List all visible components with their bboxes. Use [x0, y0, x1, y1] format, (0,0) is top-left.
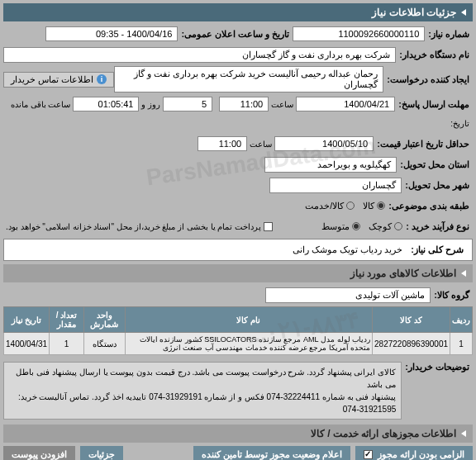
row-tarikh: تاریخ: [3, 114, 473, 132]
required-checkbox[interactable] [364, 450, 373, 459]
th-date: تاریخ نیاز [4, 307, 50, 333]
th-qty: تعداد / مقدار [50, 307, 84, 333]
row-buyer: نام دستگاه خریدار: شرکت بهره برداری نفت … [3, 45, 473, 64]
creator-label: ایجاد کننده درخواست: [383, 74, 473, 85]
row-classification: طبقه بندی موضوعی: کالا کالا/خدمت [3, 197, 473, 215]
buyer-notes-label: توضیحات خریدار: [402, 358, 473, 372]
deadline-label: مهلت ارسال پاسخ: [395, 99, 473, 110]
goods-table: ردیف کد کالا نام کالا واحد شمارش تعداد /… [3, 306, 473, 355]
arrow-icon [461, 430, 466, 437]
deadline-date-field: 1400/04/21 [296, 97, 395, 111]
radio-goods-label: کالا [363, 201, 374, 211]
header-bar: جزئیات اطلاعات نیاز [3, 3, 473, 21]
tarikh-label: تاریخ: [447, 119, 473, 128]
province-field: کهگیلویه و بویراحمد [264, 157, 397, 173]
contact-btn-label: اطلاعات تماس خریدار [11, 74, 93, 85]
td-qty: 1 [50, 333, 84, 355]
group-label: گروه کالا: [431, 290, 473, 301]
radio-icon [394, 222, 402, 230]
arrow-icon [461, 270, 466, 277]
group-field: ماشین آلات تولیدی [265, 287, 431, 303]
attach-label: افزودن پیوست [12, 449, 67, 460]
province-label: استان محل تحویل: [397, 159, 473, 170]
radio-icon [346, 202, 355, 210]
details-button[interactable]: جزئیات [80, 446, 123, 460]
radio-medium[interactable]: متوسط [321, 221, 360, 232]
goods-section-title: اطلاعات کالاهای مورد نیاز [3, 264, 473, 282]
radio-goods[interactable]: کالا [363, 201, 385, 211]
row-process: نوع فرآیند خرید : کوچک متوسط پرداخت تمام… [3, 217, 473, 235]
description-box: شرح کلی نیاز: خرید ردیاب تویک موشک رانی [3, 239, 473, 261]
need-no-field: 1100092660000110 [293, 26, 425, 41]
td-unit: دستگاه [84, 333, 126, 355]
radio-small[interactable]: کوچک [369, 221, 402, 232]
main-container: ParsNamadData.com ۰۲۱-۸۸۳۴... جزئیات اطل… [0, 0, 476, 460]
td-date: 1400/04/31 [4, 333, 50, 355]
auth-label: اعلام وضعیت مجوز توسط تامین کننده [202, 449, 342, 460]
row-need-no: شماره نیاز: 1100092660000110 تاریخ و ساع… [3, 25, 473, 43]
license-section-title: اطلاعات مجوزهای ارائه خدمت / کالا [3, 424, 473, 443]
footer-row: الزامی بودن ارائه مجوز اعلام وضعیت مجوز … [3, 446, 473, 460]
th-code: کد کالا [373, 307, 450, 333]
validity-label: حداقل تاریخ اعتبار قیمت: [374, 139, 473, 149]
row-validity: حداقل تاریخ اعتبار قیمت: 1400/05/10 ساعت… [3, 135, 473, 153]
radio-small-label: کوچک [369, 221, 392, 232]
radio-icon [352, 222, 360, 230]
contact-button[interactable]: i اطلاعات تماس خریدار [3, 72, 114, 88]
validity-date-field: 1400/05/10 [274, 136, 374, 151]
license-section-header: اطلاعات مجوزهای ارائه خدمت / کالا [311, 428, 456, 439]
required-license-box: الزامی بودن ارائه مجوز [355, 446, 473, 460]
table-row: 1 2827220896390001 ردیاب لوله مدل AML مر… [4, 333, 473, 355]
time-label-2: ساعت [247, 140, 274, 149]
buyer-notes-text: کالای ایرانی پیشنهاد گردد. شرح درخواست پ… [3, 362, 402, 420]
need-no-label: شماره نیاز: [425, 29, 473, 40]
buyer-field: شرکت بهره برداری نفت و گاز گچساران [3, 47, 396, 63]
row-creator: ایجاد کننده درخواست: رحمان عبداله رحیمی … [3, 66, 473, 92]
auth-status-box: اعلام وضعیت مجوز توسط تامین کننده [193, 446, 350, 460]
row-city: شهر محل تحویل: گچساران [3, 176, 473, 194]
radio-service[interactable]: کالا/خدمت [305, 201, 355, 211]
info-icon: i [97, 74, 107, 84]
required-label: الزامی بودن ارائه مجوز [378, 449, 464, 460]
desc-text: خرید ردیاب تویک موشک رانی [9, 244, 402, 255]
th-name: نام کالا [125, 307, 372, 333]
radio-medium-label: متوسط [321, 221, 350, 232]
class-label: طبقه بندی موضوعی: [385, 201, 473, 211]
row-group: گروه کالا: ماشین آلات تولیدی [3, 286, 473, 304]
td-name: ردیاب لوله مدل AML مرجع سازنده SSILOCATO… [125, 333, 372, 355]
info-section: شماره نیاز: 1100092660000110 تاریخ و ساع… [3, 25, 473, 235]
row-buyer-notes: توضیحات خریدار: کالای ایرانی پیشنهاد گرد… [3, 358, 473, 420]
attach-button[interactable]: افزودن پیوست [3, 446, 75, 460]
pay-checkbox[interactable] [264, 222, 273, 231]
table-header-row: ردیف کد کالا نام کالا واحد شمارش تعداد /… [4, 307, 473, 333]
td-row: 1 [450, 333, 473, 355]
row-deadline: مهلت ارسال پاسخ: 1400/04/21 ساعت 11:00 5… [3, 95, 473, 113]
days-label: روز و [139, 100, 163, 109]
remain-label: ساعت باقی مانده [8, 100, 74, 109]
radio-icon [377, 202, 385, 210]
th-row: ردیف [450, 307, 473, 333]
validity-time-field: 11:00 [198, 136, 247, 151]
time-label-1: ساعت [269, 100, 296, 109]
city-label: شهر محل تحویل: [402, 180, 473, 191]
pub-datetime-label: تاریخ و ساعت اعلان عمومی: [178, 29, 293, 40]
buyer-label: نام دستگاه خریدار: [396, 50, 473, 60]
time-remaining-field: 01:05:41 [73, 97, 139, 111]
row-province: استان محل تحویل: کهگیلویه و بویراحمد [3, 155, 473, 173]
class-radio-group: کالا کالا/خدمت [305, 201, 385, 211]
arrow-icon [461, 9, 466, 16]
desc-label: شرح کلی نیاز: [407, 244, 467, 255]
td-code: 2827220896390001 [373, 333, 450, 355]
details-label: جزئیات [88, 449, 115, 460]
creator-field: رحمان عبداله رحیمی آنالیست خرید شرکت بهر… [114, 66, 383, 92]
radio-service-label: کالا/خدمت [305, 201, 344, 211]
deadline-time-field: 11:00 [219, 97, 269, 111]
pay-note: پرداخت تمام یا بخشی از مبلغ خرید،از محل … [3, 222, 264, 231]
th-unit: واحد شمارش [84, 307, 126, 333]
header-title: جزئیات اطلاعات نیاز [372, 7, 456, 18]
city-field: گچساران [269, 178, 402, 193]
process-radio-group: کوچک متوسط [321, 221, 402, 232]
goods-section-header: اطلاعات کالاهای مورد نیاز [350, 268, 456, 279]
days-remaining-field: 5 [163, 97, 212, 111]
pub-datetime-field: 1400/04/16 - 09:35 [45, 26, 178, 41]
